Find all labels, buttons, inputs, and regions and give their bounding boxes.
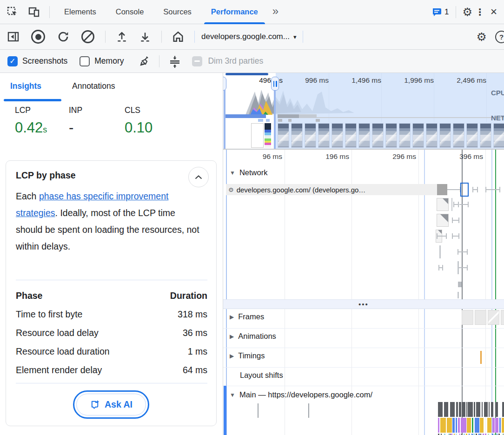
timeline-gridline: [485, 150, 486, 435]
screenshot-thumbnail[interactable]: [480, 123, 491, 148]
close-devtools-icon[interactable]: ✕: [487, 7, 500, 16]
divider: [16, 383, 207, 383]
screenshot-thumbnail[interactable]: [385, 123, 397, 148]
track-header-animations[interactable]: ▶Animations: [230, 332, 276, 341]
selection-left-edge[interactable]: [224, 90, 225, 149]
tab-elements[interactable]: Elements: [54, 0, 106, 24]
collapse-card-button[interactable]: [188, 167, 209, 187]
flame-bar: [458, 418, 460, 433]
table-row: Element render delay64 ms: [16, 361, 207, 379]
screenshot-thumbnail[interactable]: [332, 123, 343, 148]
flame-bar: [440, 418, 446, 433]
expander-icon[interactable]: ▼: [230, 392, 235, 398]
screenshot-thumbnail[interactable]: [345, 123, 357, 148]
network-mark-cap: [437, 184, 447, 195]
capture-settings-gear-icon[interactable]: ⚙: [477, 31, 487, 43]
flame-bar: [438, 402, 443, 417]
hidden-tracks-resizer[interactable]: •••: [223, 299, 504, 309]
upload-profile-icon[interactable]: [116, 31, 128, 43]
screenshot-thumbnail[interactable]: [493, 123, 504, 148]
inspect-element-icon[interactable]: [7, 6, 19, 18]
expander-icon[interactable]: ▶: [230, 333, 234, 340]
main-track-header[interactable]: ▼ Main — https://developers.google.com/: [230, 390, 372, 399]
network-mark-tri: [437, 214, 449, 227]
timeline-tracks-panel[interactable]: 96 ms196 ms296 ms396 ms ▼ Network ⚙ deve…: [223, 150, 504, 435]
frame-thumbnail[interactable]: [501, 310, 504, 325]
timeline-overview[interactable]: 496 ms996 ms1,496 ms1,996 ms2,496 ms CPU…: [223, 73, 504, 150]
memory-label[interactable]: Memory: [94, 56, 124, 66]
track-header-layout-shifts[interactable]: Layout shifts: [240, 371, 283, 380]
expander-icon[interactable]: ▶: [230, 314, 234, 320]
track-header-frames[interactable]: ▶Frames: [230, 312, 264, 321]
screenshots-checkbox[interactable]: ✓: [7, 56, 18, 66]
memory-checkbox[interactable]: [80, 56, 90, 66]
frame-thumbnail[interactable]: [488, 310, 499, 325]
flame-bar: [495, 418, 498, 433]
record-button[interactable]: [31, 30, 45, 44]
flame-bar: [462, 402, 465, 417]
tab-annotations[interactable]: Annotations: [72, 81, 115, 91]
frame-thumbnail[interactable]: [475, 310, 486, 325]
metric-label-cls: CLS: [125, 105, 140, 115]
selection-right-edge[interactable]: [274, 90, 276, 149]
screenshot-thumbnail[interactable]: [466, 123, 478, 148]
selection-window-top-bar[interactable]: [225, 73, 268, 75]
table-row: Resource load delay36 ms: [16, 323, 207, 342]
settings-gear-icon[interactable]: ⚙: [463, 7, 473, 18]
toggle-sidebar-icon[interactable]: [7, 31, 20, 42]
issues-button[interactable]: 1: [432, 7, 449, 17]
dim-3rd-parties-checkbox[interactable]: [192, 56, 202, 66]
more-options-icon[interactable]: ⋮: [472, 7, 487, 17]
screenshot-thumbnail[interactable]: [372, 123, 384, 148]
collect-garbage-icon[interactable]: [139, 55, 152, 68]
screenshot-thumbnail[interactable]: [439, 123, 451, 148]
screenshot-thumbnail[interactable]: [399, 123, 411, 148]
expander-icon[interactable]: ▶: [230, 353, 234, 359]
clear-icon[interactable]: [81, 30, 94, 43]
screenshot-thumbnail[interactable]: [291, 123, 303, 148]
main-track-accent-bar: [224, 386, 226, 435]
frame-thumbnail[interactable]: [462, 310, 473, 325]
network-mark-wh: [459, 204, 469, 205]
overview-time-label: 1,496 ms: [330, 76, 381, 85]
more-tabs-icon[interactable]: »: [268, 5, 282, 18]
network-mark-vb: [458, 292, 459, 298]
expander-icon[interactable]: ▼: [230, 170, 235, 176]
track-header-timings[interactable]: ▶Timings: [230, 351, 265, 360]
screenshot-thumbnail[interactable]: [453, 123, 464, 148]
screenshot-thumbnail[interactable]: [358, 123, 370, 148]
flame-bar: [466, 402, 467, 417]
network-mark-vb: [451, 198, 452, 211]
history-dropdown[interactable]: developers.google.com... ▾: [199, 32, 298, 41]
selection-handle-right[interactable]: [271, 77, 279, 91]
flame-bar: [456, 402, 458, 417]
screenshot-thumbnail[interactable]: [426, 123, 438, 148]
screenshot-thumbnail[interactable]: [412, 123, 424, 148]
flame-bar: [484, 402, 488, 417]
tab-sources[interactable]: Sources: [153, 0, 201, 24]
overview-time-label: 2,496 ms: [435, 76, 486, 85]
screenshot-thumbnail[interactable]: [305, 123, 316, 148]
device-toolbar-icon[interactable]: [28, 6, 40, 18]
screenshot-thumbnail-color[interactable]: [265, 123, 271, 148]
network-mark-wh: [458, 251, 468, 252]
screenshot-thumbnail-blank[interactable]: [251, 123, 264, 148]
screenshot-thumbnail[interactable]: [278, 123, 289, 148]
help-icon[interactable]: ?: [495, 31, 504, 43]
ask-ai-button[interactable]: Ask AI: [73, 390, 149, 419]
reload-and-record-icon[interactable]: [57, 31, 69, 43]
dim-3rd-parties-label: Dim 3rd parties: [208, 56, 263, 66]
metric-value-cls: 0.10: [125, 119, 153, 136]
home-icon[interactable]: [172, 31, 184, 43]
tab-insights[interactable]: Insights: [10, 81, 41, 91]
tab-performance[interactable]: Performance: [201, 0, 268, 24]
timing-marker[interactable]: [480, 351, 482, 364]
selection-handle-left[interactable]: [223, 77, 226, 91]
collapse-tracks-icon[interactable]: [169, 55, 181, 68]
network-track-header[interactable]: ▼ Network: [230, 168, 267, 177]
network-request-bar[interactable]: ⚙ developers.google.com/ (developers.go…: [226, 184, 437, 195]
screenshot-thumbnail[interactable]: [318, 123, 330, 148]
download-profile-icon[interactable]: [139, 31, 151, 43]
screenshots-label[interactable]: Screenshots: [22, 56, 67, 66]
tab-console[interactable]: Console: [106, 0, 154, 24]
